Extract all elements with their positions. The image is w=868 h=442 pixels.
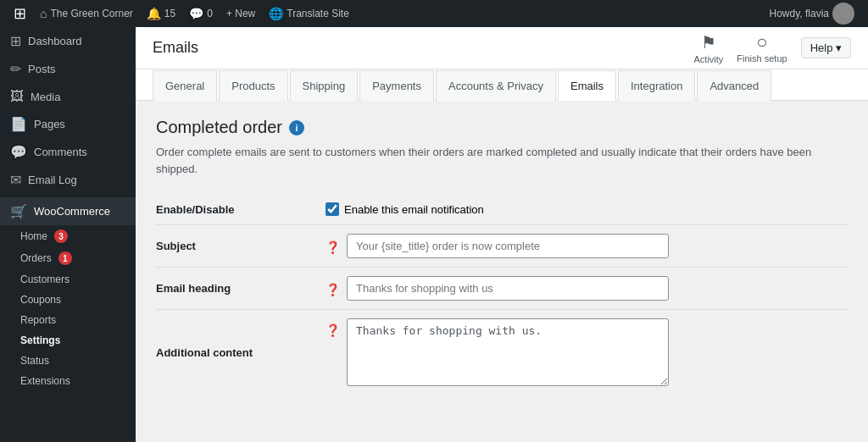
field-label-subject: Subject [156, 225, 326, 268]
activity-icon: ⚑ [701, 32, 716, 52]
field-cell-email-heading: ❓ [326, 268, 848, 310]
subject-field-wrapper: ❓ [326, 234, 848, 258]
user-greeting[interactable]: Howdy, flavia [763, 0, 861, 27]
main-content: Completed order i Order complete emails … [136, 101, 868, 442]
sidebar-item-media[interactable]: 🖼 Media [0, 83, 136, 110]
field-row-additional-content: Additional content ❓ Thanks for shopping… [156, 310, 848, 395]
field-label-enable-disable: Enable/Disable [156, 194, 326, 225]
media-icon: 🖼 [10, 89, 24, 104]
field-row-subject: Subject ❓ [156, 225, 848, 268]
tab-advanced[interactable]: Advanced [697, 70, 771, 101]
home-badge: 3 [54, 229, 68, 243]
tab-products[interactable]: Products [219, 70, 287, 101]
field-label-email-heading: Email heading [156, 268, 326, 310]
info-icon[interactable]: i [289, 120, 304, 135]
email-log-icon: ✉ [10, 172, 21, 188]
sidebar: ⊞ Dashboard ✏ Posts 🖼 Media 📄 Pages 💬 Co… [0, 27, 136, 442]
sidebar-item-customers[interactable]: Customers [0, 269, 136, 290]
tab-shipping[interactable]: Shipping [290, 70, 359, 101]
section-title: Completed order i [156, 118, 848, 137]
sidebar-item-label: Comments [34, 146, 87, 158]
sidebar-item-dashboard[interactable]: ⊞ Dashboard [0, 27, 136, 55]
woo-home-label: Home [20, 230, 47, 242]
tab-general[interactable]: General [153, 70, 217, 101]
help-label: Help ▾ [810, 41, 842, 54]
woo-label: WooCommerce [34, 205, 110, 218]
comments-link[interactable]: 💬 0 [182, 0, 220, 27]
activity-label: Activity [693, 54, 723, 64]
email-heading-input[interactable] [347, 276, 669, 301]
admin-bar: ⊞ ⌂ The Green Corner 🔔 15 💬 0 + New 🌐 Tr… [0, 0, 868, 27]
section-description: Order complete emails are sent to custom… [156, 144, 848, 177]
woo-customers-label: Customers [20, 273, 70, 285]
sidebar-item-orders[interactable]: Orders 1 [0, 247, 136, 269]
woo-status-label: Status [20, 355, 49, 367]
finish-setup-button[interactable]: ○ Finish setup [737, 33, 787, 64]
page-title: Emails [153, 39, 693, 57]
tab-accounts-privacy[interactable]: Accounts & Privacy [436, 70, 556, 101]
sidebar-item-comments[interactable]: 💬 Comments [0, 138, 136, 166]
sidebar-item-label: Pages [34, 118, 65, 130]
tab-payments[interactable]: Payments [359, 70, 434, 101]
additional-content-textarea[interactable]: Thanks for shopping with us. [347, 318, 669, 386]
posts-icon: ✏ [10, 61, 21, 77]
new-content-link[interactable]: + New [220, 0, 262, 27]
finish-setup-label: Finish setup [737, 53, 787, 64]
field-cell-subject: ❓ [326, 225, 848, 268]
woo-settings-label: Settings [20, 334, 60, 346]
enable-checkbox[interactable] [326, 202, 339, 216]
sidebar-item-woocommerce[interactable]: 🛒 WooCommerce [0, 197, 136, 225]
field-label-additional-content: Additional content [156, 310, 326, 395]
email-heading-help-icon[interactable]: ❓ [326, 283, 340, 296]
woo-icon: 🛒 [10, 203, 27, 219]
user-avatar [832, 3, 854, 25]
sidebar-item-label: Posts [28, 63, 56, 75]
sidebar-item-status[interactable]: Status [0, 351, 136, 371]
tab-emails[interactable]: Emails [558, 70, 616, 101]
site-name-link[interactable]: ⌂ The Green Corner [33, 0, 140, 27]
woo-extensions-label: Extensions [20, 375, 70, 387]
dashboard-icon: ⊞ [10, 33, 21, 49]
enable-checkbox-row: Enable this email notification [326, 202, 848, 216]
content-topbar: Emails ⚑ Activity ○ Finish setup Help ▾ [136, 27, 868, 69]
sidebar-item-email-log[interactable]: ✉ Email Log [0, 166, 136, 194]
sidebar-item-coupons[interactable]: Coupons [0, 290, 136, 310]
sidebar-item-posts[interactable]: ✏ Posts [0, 55, 136, 83]
pages-icon: 📄 [10, 116, 27, 132]
sidebar-item-label: Dashboard [28, 35, 82, 47]
field-row-enable-disable: Enable/Disable Enable this email notific… [156, 194, 848, 225]
sidebar-item-settings[interactable]: Settings [0, 330, 136, 351]
tabs-bar: General Products Shipping Payments Accou… [136, 69, 868, 101]
woo-reports-label: Reports [20, 314, 56, 326]
settings-form-table: Enable/Disable Enable this email notific… [156, 194, 848, 395]
email-heading-field-wrapper: ❓ [326, 276, 848, 301]
enable-checkbox-label: Enable this email notification [344, 203, 484, 216]
subject-input[interactable] [347, 234, 669, 258]
comments-icon: 💬 [10, 144, 27, 160]
additional-content-field-wrapper: ❓ Thanks for shopping with us. [326, 318, 848, 386]
field-cell-additional-content: ❓ Thanks for shopping with us. [326, 310, 848, 395]
content-area: Emails ⚑ Activity ○ Finish setup Help ▾ … [136, 27, 868, 442]
woo-orders-label: Orders [20, 252, 52, 264]
activity-button[interactable]: ⚑ Activity [693, 32, 723, 64]
sidebar-item-pages[interactable]: 📄 Pages [0, 110, 136, 138]
sidebar-item-label: Email Log [28, 174, 77, 186]
additional-content-help-icon[interactable]: ❓ [326, 323, 340, 337]
sidebar-item-extensions[interactable]: Extensions [0, 371, 136, 391]
finish-setup-icon: ○ [756, 33, 767, 52]
topbar-actions: ⚑ Activity ○ Finish setup Help ▾ [693, 32, 851, 64]
translate-site-link[interactable]: 🌐 Translate Site [262, 0, 356, 27]
field-row-email-heading: Email heading ❓ [156, 268, 848, 310]
notifications-link[interactable]: 🔔 15 [140, 0, 182, 27]
orders-badge: 1 [58, 251, 72, 265]
sidebar-item-label: Media [31, 91, 60, 103]
tab-integration[interactable]: Integration [618, 70, 695, 101]
woo-coupons-label: Coupons [20, 294, 61, 306]
help-button[interactable]: Help ▾ [801, 37, 851, 58]
field-cell-enable-disable: Enable this email notification [326, 194, 848, 225]
sidebar-item-reports[interactable]: Reports [0, 310, 136, 330]
wp-logo[interactable]: ⊞ [7, 0, 33, 27]
subject-help-icon[interactable]: ❓ [326, 240, 340, 254]
sidebar-item-home[interactable]: Home 3 [0, 225, 136, 247]
